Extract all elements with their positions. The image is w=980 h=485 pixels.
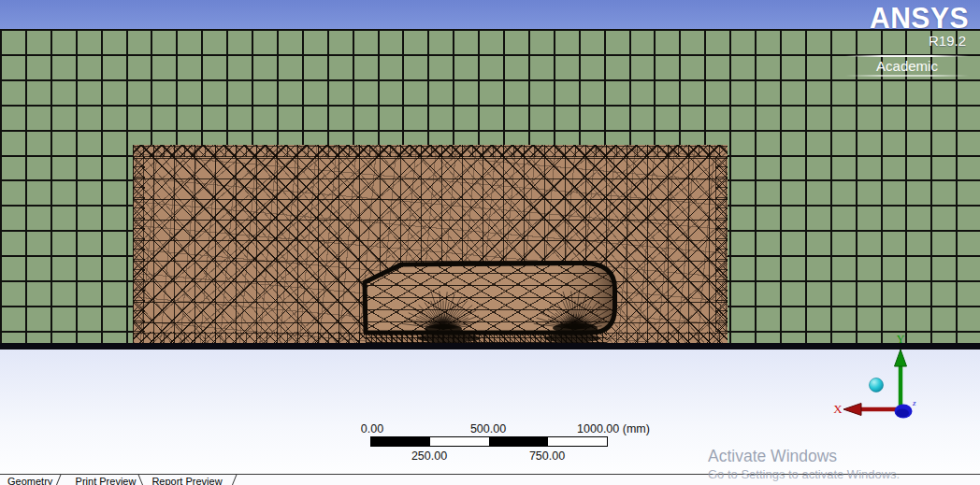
ansys-version-text: R19.2 — [819, 33, 969, 49]
activate-windows-watermark: Activate Windows — [708, 447, 837, 466]
scale-ruler: 0.00 500.00 1000.00 (mm) 250.00 750.00 — [370, 422, 606, 464]
ruler-label-250: 250.00 — [411, 449, 447, 463]
ruler-segment — [430, 437, 489, 446]
x-axis-arrowhead[interactable] — [843, 404, 861, 416]
ansys-brand-text: ANSYS — [824, 5, 969, 33]
separator-line — [845, 75, 969, 77]
iso-view-sphere[interactable] — [870, 378, 884, 392]
y-axis-label: Y — [897, 333, 905, 346]
z-axis-label: z — [912, 398, 916, 407]
tab-edge — [56, 475, 62, 485]
tab-report-preview[interactable]: Report Preview — [147, 476, 227, 485]
ansys-logo: ANSYS R19.2 Academic — [819, 5, 969, 77]
ruler-label-0: 0.00 — [361, 422, 383, 435]
ruler-segment — [371, 437, 430, 446]
ruler-segment — [489, 437, 548, 446]
ansys-mesh-viewport[interactable]: ANSYS R19.2 Academic 0.00 500.00 1000.00… — [0, 0, 980, 485]
ansys-edition-box: Academic — [845, 55, 969, 77]
y-axis-arrowhead[interactable] — [895, 349, 907, 366]
ansys-edition-text: Academic — [845, 57, 969, 75]
coordinate-triad[interactable]: Y X z — [828, 327, 980, 435]
tab-edge — [232, 475, 238, 485]
tab-geometry[interactable]: Geometry — [7, 476, 52, 485]
ruler-label-750: 750.00 — [529, 449, 565, 463]
z-axis-dot-shade — [896, 409, 909, 418]
x-axis-label: X — [833, 402, 843, 416]
ruler-label-1000: 1000.00 (mm) — [577, 422, 650, 435]
ruler-label-500: 500.00 — [470, 422, 506, 435]
activate-windows-watermark-sub: Go to Settings to activate Windows. — [708, 467, 900, 481]
ruler-bar — [370, 436, 608, 447]
tab-print-preview[interactable]: Print Preview — [70, 476, 141, 485]
ruler-segment — [548, 437, 607, 446]
